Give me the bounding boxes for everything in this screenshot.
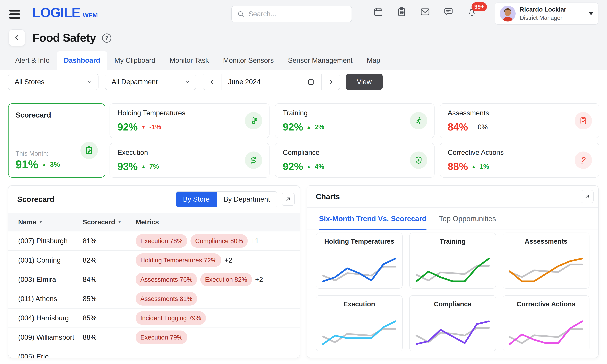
table-row[interactable]: (001) Corning82%Holding Temperatures 72%… [8, 251, 300, 270]
search-input[interactable]: Search... [231, 6, 352, 22]
table-row[interactable]: (009) Williamsport88%Execution 79% [8, 328, 300, 347]
previous-month-button[interactable] [203, 74, 222, 90]
avatar [500, 6, 516, 22]
page-title: Food Safety [33, 29, 96, 46]
trend-arrow-icon: ▲ [471, 164, 476, 169]
filter-bar: All Stores All Department June 2024 View [0, 70, 607, 94]
score-cell: 85% [83, 314, 136, 322]
metric-badge: Assessments 81% [136, 292, 197, 306]
trend-line [323, 259, 396, 281]
user-role: District Manager [520, 14, 566, 21]
kpi-delta: 7% [149, 163, 159, 170]
chart-card-compliance[interactable]: Compliance [409, 295, 496, 351]
department-select-value: All Department [112, 78, 158, 86]
clipboard-pen-icon [80, 142, 98, 159]
trend-chart [321, 317, 398, 348]
chevron-down-icon [87, 79, 93, 85]
table-row[interactable]: (011) Athens85%Assessments 81% [8, 289, 300, 309]
more-metrics-count: +1 [251, 237, 259, 245]
metrics-cell: Assessments 76%Execution 82%+2 [136, 273, 300, 286]
kpi-title: Scorecard [15, 111, 51, 119]
kpi-card-corrective-actions[interactable]: Corrective Actions 88% ▲ 1% [440, 143, 599, 178]
next-month-button[interactable] [321, 74, 340, 90]
table-header: Name▼ Scorecard▼ Metrics [8, 213, 300, 232]
table-row[interactable]: (004) Harrisburg85%Incident Logging 79% [8, 309, 300, 328]
metrics-cell: Assessments 81% [136, 292, 300, 306]
chart-card-assessments[interactable]: Assessments [503, 233, 589, 289]
month-label: June 2024 [228, 78, 261, 86]
toggle-by-store[interactable]: By Store [176, 192, 217, 207]
trend-arrow-icon: ▲ [306, 125, 311, 130]
trend-arrow-icon: ▲ [306, 164, 311, 169]
table-row[interactable]: (005) Erie [8, 347, 300, 358]
chart-title: Execution [343, 300, 375, 308]
trend-line [510, 259, 582, 281]
expand-charts-button[interactable] [581, 190, 594, 203]
tab-monitor-task[interactable]: Monitor Task [162, 51, 216, 70]
tab-my-clipboard[interactable]: My Clipboard [107, 51, 162, 70]
kpi-card-holding-temperatures[interactable]: Holding Temperatures 92% ▼ -1% [109, 103, 269, 138]
clipboard-icon[interactable] [396, 7, 407, 17]
kpi-card-training[interactable]: Training 92% ▲ 2% [275, 103, 435, 138]
tab-dashboard[interactable]: Dashboard [57, 51, 107, 70]
kpi-card-execution[interactable]: Execution 93% ▲ 7% [109, 143, 269, 178]
kpi-value: 91% [15, 159, 38, 170]
calendar-icon [307, 78, 315, 86]
view-button[interactable]: View [346, 74, 383, 90]
chat-icon[interactable] [443, 7, 454, 17]
table-row[interactable]: (003) Elmira84%Assessments 76%Execution … [8, 270, 300, 289]
stamp-icon [575, 152, 592, 169]
kpi-title: Execution [118, 148, 148, 156]
sort-down-icon: ▼ [39, 220, 42, 224]
scorecard-line [416, 328, 489, 342]
tab-monitor-sensors[interactable]: Monitor Sensors [216, 51, 281, 70]
store-name-cell: (003) Elmira [8, 275, 83, 284]
expand-scorecard-button[interactable] [282, 193, 295, 206]
table-row[interactable]: (007) Pittsburgh81%Execution 78%Complian… [8, 232, 300, 251]
kpi-title: Compliance [283, 148, 319, 156]
column-header-scorecard[interactable]: Scorecard▼ [83, 218, 136, 226]
metric-badge: Compliance 80% [190, 234, 248, 248]
kpi-delta: 1% [480, 163, 489, 170]
help-icon[interactable]: ? [102, 34, 111, 43]
charts-tab-six-month-trend-vs-scorecard[interactable]: Six-Month Trend Vs. Scorecard [319, 208, 426, 230]
chevron-down-icon [589, 12, 594, 15]
calendar-icon[interactable] [373, 7, 383, 17]
chart-card-holding-temperatures[interactable]: Holding Temperatures [316, 233, 403, 289]
trend-arrow-icon: ▲ [141, 164, 146, 169]
kpi-value: 92% [283, 122, 303, 132]
tab-alert-info[interactable]: Alert & Info [8, 51, 57, 70]
logo-brand: LOGILE [32, 6, 80, 19]
bell-icon[interactable]: 99+ [467, 7, 477, 17]
charts-tab-top-opportunities[interactable]: Top Opportunities [439, 208, 496, 230]
chart-card-training[interactable]: Training [409, 233, 496, 289]
hamburger-menu-icon[interactable] [9, 10, 20, 19]
user-menu[interactable]: Ricardo Locklar District Manager [495, 2, 598, 25]
chart-card-execution[interactable]: Execution [316, 295, 403, 351]
column-header-name[interactable]: Name▼ [8, 218, 83, 226]
metric-badge: Holding Temperatures 72% [136, 253, 221, 267]
kpi-title: Corrective Actions [448, 148, 504, 156]
metric-badge: Incident Logging 79% [136, 311, 206, 325]
kpi-card-assessments[interactable]: Assessments 84% 0% [440, 103, 599, 138]
kpi-delta: -1% [149, 124, 161, 130]
tab-map[interactable]: Map [360, 51, 387, 70]
search-placeholder: Search... [249, 10, 276, 18]
chart-title: Corrective Actions [517, 300, 576, 308]
mail-icon[interactable] [420, 7, 430, 17]
toggle-by-department[interactable]: By Department [217, 192, 277, 207]
chart-card-corrective-actions[interactable]: Corrective Actions [503, 295, 589, 351]
department-select[interactable]: All Department [105, 74, 196, 90]
back-button[interactable] [9, 29, 25, 46]
kpi-value: 88% [448, 161, 468, 171]
tab-sensor-management[interactable]: Sensor Management [281, 51, 360, 70]
kpi-card-compliance[interactable]: Compliance 92% ▲ 4% [275, 143, 435, 178]
month-value[interactable]: June 2024 [222, 74, 321, 90]
header-icon-group: 99+ [373, 7, 477, 17]
kpi-card-scorecard[interactable]: Scorecard This Month: 91% ▲ 3% [8, 103, 105, 178]
store-select[interactable]: All Stores [8, 74, 98, 90]
kpi-title: Assessments [448, 109, 489, 117]
column-header-metrics: Metrics [136, 218, 300, 226]
kpi-delta: 3% [50, 161, 60, 168]
score-cell: 84% [83, 275, 136, 284]
